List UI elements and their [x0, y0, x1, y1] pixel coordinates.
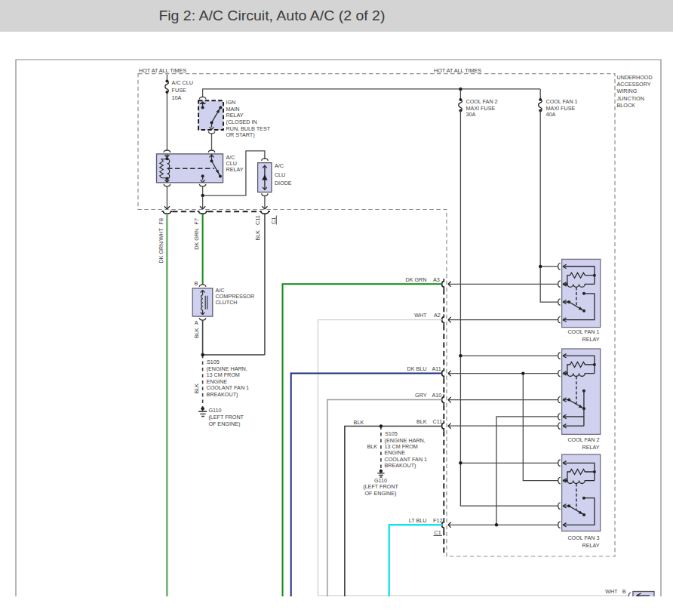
- svg-text:40A: 40A: [546, 111, 556, 118]
- svg-text:BREAKOUT): BREAKOUT): [207, 391, 238, 398]
- svg-text:ACCESSORY: ACCESSORY: [617, 81, 651, 88]
- svg-text:IGN: IGN: [226, 99, 236, 106]
- svg-text:BLK: BLK: [254, 230, 261, 241]
- svg-text:MAIN: MAIN: [226, 106, 240, 112]
- svg-text:DK GRN/WHT: DK GRN/WHT: [158, 228, 164, 263]
- svg-text:WIRING: WIRING: [617, 88, 638, 94]
- svg-text:(LEFT FRONT: (LEFT FRONT: [208, 414, 244, 420]
- svg-text:RELAY: RELAY: [226, 112, 244, 119]
- svg-text:DIODE: DIODE: [275, 180, 292, 186]
- svg-text:BLK: BLK: [367, 443, 377, 450]
- svg-text:UNDERHOOD: UNDERHOOD: [617, 74, 653, 81]
- svg-text:CLUTCH: CLUTCH: [215, 299, 237, 306]
- svg-text:WHT: WHT: [605, 588, 618, 595]
- svg-text:F7: F7: [193, 218, 200, 224]
- svg-text:C1: C1: [270, 217, 277, 224]
- svg-text:COOL FAN 2: COOL FAN 2: [567, 436, 599, 443]
- svg-text:C1: C1: [435, 529, 441, 536]
- svg-text:BLK: BLK: [416, 418, 427, 425]
- svg-text:LT BLU: LT BLU: [409, 517, 427, 524]
- svg-text:10A: 10A: [172, 94, 182, 101]
- svg-text:DK GRN: DK GRN: [406, 276, 427, 283]
- svg-text:BLK: BLK: [193, 383, 200, 394]
- svg-text:RELAY: RELAY: [582, 444, 599, 451]
- svg-text:RUN, BULB TEST: RUN, BULB TEST: [226, 125, 271, 132]
- svg-text:C11: C11: [254, 215, 261, 225]
- svg-text:RELAY: RELAY: [226, 166, 244, 173]
- svg-text:G110: G110: [208, 407, 221, 414]
- svg-text:DK BLU: DK BLU: [407, 365, 427, 372]
- svg-text:RELAY: RELAY: [582, 336, 599, 343]
- svg-text:B: B: [622, 588, 626, 595]
- svg-text:30A: 30A: [466, 111, 476, 118]
- svg-text:OR START): OR START): [226, 131, 255, 138]
- svg-text:HOT AT ALL TIMES: HOT AT ALL TIMES: [434, 67, 481, 74]
- svg-text:WHT: WHT: [414, 312, 427, 319]
- svg-text:BLK: BLK: [193, 328, 200, 338]
- svg-text:GRY: GRY: [415, 392, 427, 399]
- svg-text:B: B: [195, 280, 198, 287]
- svg-text:FUSE: FUSE: [172, 87, 186, 94]
- svg-text:OF ENGINE): OF ENGINE): [208, 420, 240, 427]
- svg-text:F12: F12: [433, 517, 442, 524]
- svg-text:HOT AT ALL TIMES: HOT AT ALL TIMES: [139, 67, 186, 74]
- svg-text:DK GRN: DK GRN: [193, 229, 200, 250]
- svg-text:(CLOSED IN: (CLOSED IN: [226, 119, 257, 125]
- svg-text:BLOCK: BLOCK: [617, 102, 636, 109]
- svg-text:A2: A2: [434, 312, 441, 319]
- svg-text:COOL FAN 3: COOL FAN 3: [567, 534, 599, 541]
- svg-text:Fig 2: A/C Circuit, Auto A/C (: Fig 2: A/C Circuit, Auto A/C (2 of 2): [158, 8, 385, 23]
- svg-text:COOL FAN 1: COOL FAN 1: [567, 328, 599, 335]
- svg-text:RELAY: RELAY: [582, 542, 599, 549]
- svg-text:F8: F8: [158, 218, 164, 224]
- svg-text:A3: A3: [433, 276, 440, 283]
- svg-text:JUNCTION: JUNCTION: [617, 95, 644, 102]
- svg-text:A/C CLU: A/C CLU: [172, 79, 193, 86]
- svg-text:A: A: [195, 319, 198, 326]
- svg-text:A11: A11: [432, 365, 441, 372]
- svg-text:OF ENGINE): OF ENGINE): [365, 490, 397, 497]
- svg-text:BREAKOUT): BREAKOUT): [385, 462, 416, 469]
- svg-text:A/C: A/C: [275, 162, 284, 169]
- svg-text:BLK: BLK: [354, 419, 364, 426]
- svg-text:G110: G110: [374, 477, 387, 484]
- svg-text:A10: A10: [432, 392, 442, 399]
- svg-text:(LEFT FRONT: (LEFT FRONT: [363, 483, 398, 490]
- svg-text:CLU: CLU: [275, 171, 285, 178]
- svg-text:C11: C11: [433, 418, 443, 425]
